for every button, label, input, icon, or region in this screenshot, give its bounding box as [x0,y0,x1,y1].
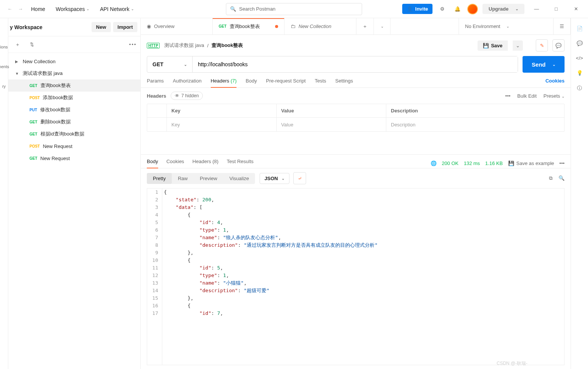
send-button[interactable]: Send⌄ [523,56,565,73]
resp-tab-test-results[interactable]: Test Results [227,159,254,168]
chevron-down-icon: ⌄ [515,7,518,11]
editor-tab[interactable]: GET查询book整表 [213,18,285,34]
collections-rail: ions nents ry [0,18,8,369]
add-icon[interactable]: ＋ [12,39,23,50]
eye-icon: 👁 [175,93,179,98]
view-pretty[interactable]: Pretty [147,173,172,184]
sidebar-request[interactable]: GETNew Request [8,152,140,164]
method-badge: GET [30,120,37,124]
method-badge: PUT [30,108,37,112]
new-button[interactable]: New [92,22,111,32]
method-badge: POST [30,144,40,148]
window-minimize-icon[interactable]: — [529,2,544,17]
view-visualize[interactable]: Visualize [223,173,255,184]
col-key: Key [167,104,277,117]
editor-tab[interactable]: ◉Overview [141,18,213,34]
tips-icon[interactable]: 💡 [577,70,583,76]
nav-home[interactable]: Home [26,6,50,12]
new-tab-button[interactable]: ＋ [356,18,374,34]
response-size: 1.16 KB [485,160,502,166]
wrap-lines-icon[interactable]: ⤶ [293,172,306,184]
sidebar-request[interactable]: PUT修改book数据 [8,104,140,116]
comment-icon[interactable]: 💬 [552,39,565,51]
view-mode-toggle: Pretty Raw Preview Visualize [147,173,255,184]
col-value: Value [277,104,386,117]
sidebar-request[interactable]: GET查询book整表 [8,79,140,92]
more-icon[interactable]: ••• [505,93,510,99]
invite-button[interactable]: 👤Invite [402,4,432,14]
resp-tab-headers[interactable]: Headers (8) [193,159,219,168]
environment-quicklook-icon[interactable]: ☰ [553,18,571,34]
tab-settings[interactable]: Settings [335,78,353,87]
save-dropdown[interactable]: ⌄ [513,40,523,51]
sidebar-folder[interactable]: ▼测试请求数据 java [8,67,140,79]
topbar: ← → Home Workspaces⌄ API Network⌄ 🔍 Sear… [0,0,588,18]
format-select[interactable]: JSON⌄ [260,173,289,184]
avatar[interactable] [467,4,478,14]
header-desc-input[interactable]: Description [386,118,564,131]
view-preview[interactable]: Preview [194,173,223,184]
cookies-link[interactable]: Cookies [545,78,565,87]
tab-tests[interactable]: Tests [315,78,326,87]
save-button[interactable]: 💾Save [478,40,508,51]
hidden-headers-badge[interactable]: 👁7 hidden [171,92,203,100]
tab-headers[interactable]: Headers (7) [211,78,237,87]
right-rail: 📄 💬 </> 💡 ⓘ [571,18,588,369]
editor-tab[interactable]: 🗀New Collection [285,18,356,34]
window-maximize-icon[interactable]: □ [549,2,564,17]
sidebar-folder[interactable]: ▶New Collection [8,55,140,67]
header-value-input[interactable]: Value [277,118,386,131]
code-icon[interactable]: </> [576,55,583,61]
import-button[interactable]: Import [113,22,137,32]
method-badge: GET [219,24,227,28]
sidebar-request[interactable]: POST添加book数据 [8,92,140,104]
nav-forward-icon[interactable]: → [15,4,26,14]
chevron-icon: ▶ [15,59,20,64]
method-badge: POST [30,96,40,100]
search-input[interactable]: 🔍 Search Postman [226,3,362,15]
person-add-icon: 👤 [407,6,413,12]
view-raw[interactable]: Raw [172,173,194,184]
search-icon: 🔍 [230,6,236,12]
url-input[interactable] [193,56,518,72]
environment-select[interactable]: No Environment⌄ [459,18,553,34]
chevron-down-icon: ⌄ [86,7,89,11]
notifications-icon[interactable]: 🔔 [452,4,463,14]
comments-icon[interactable]: 💬 [577,40,583,46]
method-select[interactable]: GET⌄ [147,56,193,72]
tabs-dropdown[interactable]: ⌄ [374,18,390,34]
settings-icon[interactable]: ⚙ [437,4,448,14]
search-response-icon[interactable]: 🔍 [558,175,565,181]
docs-icon[interactable]: 📄 [577,26,583,31]
upgrade-button[interactable]: Upgrade⌄ [482,4,524,14]
headers-title: Headers [147,93,166,99]
filter-icon[interactable]: ⇅ [26,39,37,50]
response-time: 132 ms [464,160,480,166]
bulk-edit-link[interactable]: Bulk Edit [517,93,537,99]
nav-workspaces[interactable]: Workspaces⌄ [50,6,95,12]
tab-authorization[interactable]: Authorization [173,78,202,87]
nav-api-network[interactable]: API Network⌄ [95,6,139,12]
more-icon[interactable]: ••• [129,42,137,47]
header-key-input[interactable]: Key [167,118,277,131]
resp-tab-body[interactable]: Body [147,159,158,168]
edit-icon[interactable]: ✎ [536,39,548,51]
copy-icon[interactable]: ⧉ [549,175,552,181]
nav-back-icon[interactable]: ← [5,4,15,14]
globe-icon[interactable]: 🌐 [431,160,437,166]
save-as-example[interactable]: 💾Save as example [508,160,554,166]
more-icon[interactable]: ••• [559,160,565,166]
sidebar-request[interactable]: POSTNew Request [8,140,140,152]
sidebar-request[interactable]: GET根据id查询book数据 [8,128,140,140]
presets-dropdown[interactable]: Presets ⌄ [543,93,565,99]
method-badge: GET [30,132,37,136]
info-icon[interactable]: ⓘ [577,85,582,92]
resp-tab-cookies[interactable]: Cookies [166,159,184,168]
sidebar-request[interactable]: GET删除book数据 [8,116,140,128]
tab-params[interactable]: Params [147,78,164,87]
window-close-icon[interactable]: ✕ [568,2,583,17]
tab-body[interactable]: Body [246,78,257,87]
overview-icon: ◉ [147,23,151,29]
tab-prerequest[interactable]: Pre-request Script [266,78,306,87]
chevron-down-icon: ⌄ [131,7,134,11]
